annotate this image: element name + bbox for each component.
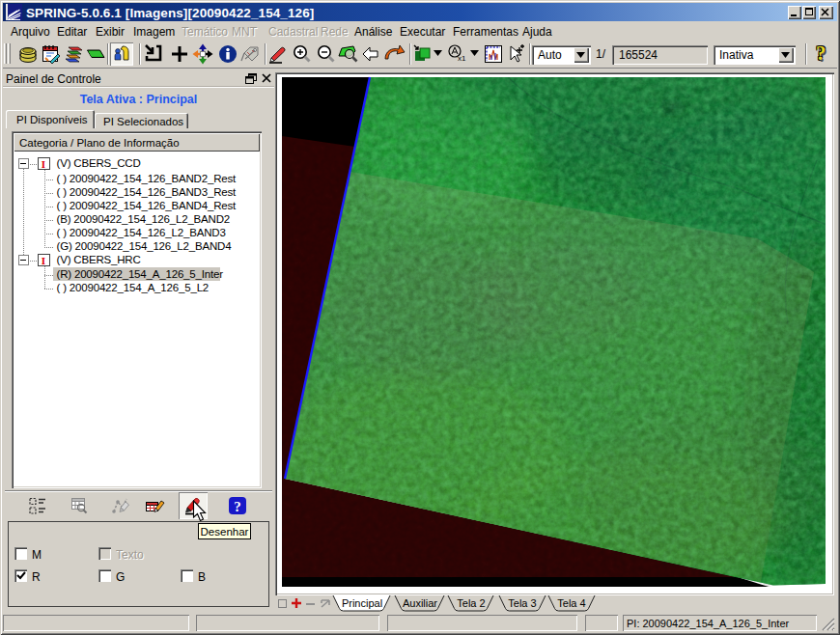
svg-text:Tela 4: Tela 4 — [557, 597, 585, 609]
svg-text:Principal: Principal — [342, 597, 382, 609]
svg-text:Auxiliar: Auxiliar — [403, 597, 437, 609]
svg-text:x1: x1 — [458, 54, 466, 63]
svg-text:Tela 3: Tela 3 — [508, 597, 536, 609]
svg-text:Tela 2: Tela 2 — [457, 597, 485, 609]
svg-text:?: ? — [234, 499, 241, 514]
